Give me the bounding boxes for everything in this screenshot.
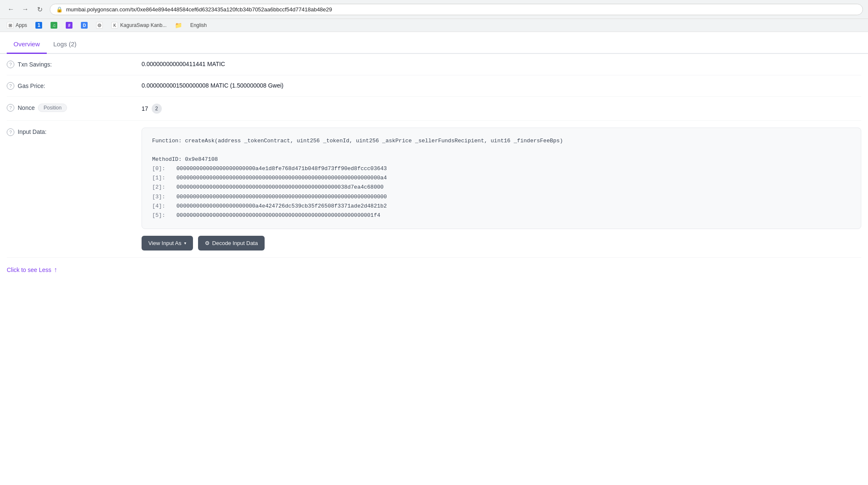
view-input-as-button[interactable]: View Input As ▾: [142, 236, 193, 250]
forward-button[interactable]: →: [19, 3, 31, 15]
see-less-arrow-icon: ↑: [54, 266, 57, 274]
nonce-label: ? Nonce Position: [7, 104, 142, 112]
input-data-value-col: Function: createAsk(address _tokenContra…: [142, 128, 861, 250]
decode-input-data-button[interactable]: ⚙ Decode Input Data: [198, 236, 265, 250]
txn-savings-help-icon[interactable]: ?: [7, 61, 14, 68]
index-5: [5]:: [152, 211, 173, 220]
lastpass-icon: 1: [35, 22, 42, 29]
apps-label: Apps: [16, 22, 27, 28]
slack-icon: #: [66, 22, 72, 29]
bookmark-discord[interactable]: D: [78, 21, 91, 30]
index-4: [4]:: [152, 202, 173, 211]
page-content: Overview Logs (2) ? Txn Savings: 0.00000…: [0, 35, 868, 282]
input-data-row: ? Input Data: Function: createAsk(addres…: [7, 121, 861, 258]
index-2: [2]:: [152, 183, 173, 192]
txn-savings-row: ? Txn Savings: 0.000000000000411441 MATI…: [7, 54, 861, 75]
see-less-text: Click to see Less: [7, 266, 51, 273]
apps-icon: ⊞: [7, 22, 13, 29]
tab-overview[interactable]: Overview: [7, 35, 47, 54]
kagura-label: KaguraSwap Kanb...: [120, 22, 166, 28]
bookmark-lastpass[interactable]: 1: [32, 21, 46, 30]
bookmark-github[interactable]: ⊚: [93, 21, 106, 30]
data-line-1: [1]: 00000000000000000000000000000000000…: [152, 173, 851, 183]
nav-buttons: ← → ↻: [5, 3, 46, 15]
data-line-3: [3]: 00000000000000000000000000000000000…: [152, 192, 851, 202]
input-data-box: Function: createAsk(address _tokenContra…: [142, 128, 861, 229]
bookmark-slack[interactable]: #: [62, 21, 76, 30]
tabs-bar: Overview Logs (2): [0, 35, 868, 54]
see-less-button[interactable]: Click to see Less ↑: [0, 258, 868, 282]
data-line-2: [2]: 00000000000000000000000000000000000…: [152, 183, 851, 192]
empty-line: [152, 146, 851, 155]
value-5: 0000000000000000000000000000000000000000…: [177, 212, 380, 219]
value-1: 0000000000000000000000000000000000000000…: [177, 175, 387, 181]
value-0: 000000000000000000000000a4e1d8fe768d471b…: [177, 165, 387, 172]
nonce-position-number: 2: [152, 104, 162, 114]
english-label: English: [190, 22, 206, 28]
function-signature: Function: createAsk(address _tokenContra…: [152, 136, 851, 146]
chevron-down-icon: ▾: [184, 241, 186, 245]
value-2: 0000000000000000000000000000000000000000…: [177, 184, 383, 190]
position-badge[interactable]: Position: [38, 104, 67, 112]
input-data-label: ? Input Data:: [7, 128, 142, 136]
reload-button[interactable]: ↻: [34, 3, 46, 15]
input-data-help-icon[interactable]: ?: [7, 128, 14, 136]
url-text: mumbai.polygonscan.com/tx/0xe864e894e448…: [66, 6, 332, 13]
gas-price-help-icon[interactable]: ?: [7, 82, 14, 90]
method-id-line: MethodID: 0x9e847108: [152, 155, 851, 164]
bookmark-kagura[interactable]: K KaguraSwap Kanb...: [108, 21, 170, 30]
discord-icon: D: [81, 22, 88, 29]
browser-chrome: ← → ↻ 🔒 mumbai.polygonscan.com/tx/0xe864…: [0, 0, 868, 19]
bookmark-english[interactable]: English: [187, 21, 210, 29]
decode-icon: ⚙: [205, 240, 210, 246]
index-1: [1]:: [152, 173, 173, 183]
folder-icon: 📁: [175, 22, 182, 29]
tx-details: ? Txn Savings: 0.000000000000411441 MATI…: [0, 54, 868, 258]
txn-savings-label: ? Txn Savings:: [7, 61, 142, 68]
bookmarks-bar: ⊞ Apps 1 ♫ # D ⊚ K KaguraSwap Kanb... 📁 …: [0, 19, 868, 32]
nonce-value: 17 2: [142, 104, 861, 114]
bookmark-folder[interactable]: 📁: [171, 21, 185, 30]
value-4: 000000000000000000000000a4e424726dc539cb…: [177, 203, 387, 209]
lock-icon: 🔒: [56, 6, 63, 13]
data-line-0: [0]: 000000000000000000000000a4e1d8fe768…: [152, 164, 851, 173]
index-3: [3]:: [152, 192, 173, 202]
kagura-icon: K: [111, 22, 118, 29]
index-0: [0]:: [152, 164, 173, 173]
gas-price-value: 0.0000000001500000008 MATIC (1.500000008…: [142, 82, 861, 89]
value-3: 0000000000000000000000000000000000000000…: [177, 194, 387, 200]
bookmark-spotify[interactable]: ♫: [47, 21, 61, 30]
nonce-row: ? Nonce Position 17 2: [7, 97, 861, 121]
address-bar[interactable]: 🔒 mumbai.polygonscan.com/tx/0xe864e894e4…: [50, 4, 863, 15]
nonce-help-icon[interactable]: ?: [7, 104, 14, 112]
github-icon: ⊚: [96, 22, 103, 29]
data-line-5: [5]: 00000000000000000000000000000000000…: [152, 211, 851, 220]
back-button[interactable]: ←: [5, 3, 17, 15]
gas-price-row: ? Gas Price: 0.0000000001500000008 MATIC…: [7, 75, 861, 97]
gas-price-label: ? Gas Price:: [7, 82, 142, 90]
input-data-buttons: View Input As ▾ ⚙ Decode Input Data: [142, 236, 861, 250]
tab-logs[interactable]: Logs (2): [47, 35, 83, 54]
txn-savings-value: 0.000000000000411441 MATIC: [142, 61, 861, 67]
spotify-icon: ♫: [51, 22, 57, 29]
data-line-4: [4]: 000000000000000000000000a4e424726dc…: [152, 202, 851, 211]
bookmark-apps[interactable]: ⊞ Apps: [3, 21, 30, 30]
